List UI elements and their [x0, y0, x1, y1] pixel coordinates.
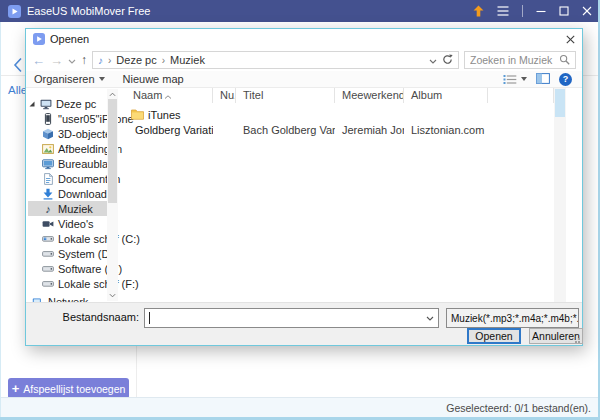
os-drive-icon: [42, 233, 54, 245]
column-extra[interactable]: [488, 88, 554, 103]
sort-asc-icon: [164, 88, 172, 103]
tree-item-lokale-schijf-f[interactable]: Lokale schijf (F:): [28, 276, 108, 291]
nav-forward-icon[interactable]: →: [50, 54, 63, 67]
video-icon: [42, 218, 54, 230]
column-titel[interactable]: Titel: [236, 88, 335, 103]
dialog-title: Openen: [50, 33, 89, 45]
tree-item-lokale-schijf-c[interactable]: Lokale schijf (C:): [28, 231, 108, 246]
dialog-titlebar[interactable]: Openen: [26, 29, 582, 49]
tree-scrollbar[interactable]: [107, 89, 118, 301]
help-icon[interactable]: ?: [559, 73, 572, 86]
desktop-icon: [42, 158, 54, 170]
app-titlebar: EaseUS MobiMover Free: [0, 0, 600, 22]
dialog-footer: Bestandsnaam: Muziek(*.mp3;*.m4a;*.m4b;*…: [26, 302, 582, 345]
breadcrumb-muziek[interactable]: Muziek: [170, 54, 205, 66]
organize-button[interactable]: Organiseren: [34, 73, 105, 85]
app-logo-icon: [8, 5, 21, 18]
filename-input[interactable]: [150, 309, 422, 327]
add-playlist-button[interactable]: + Afspeellijst toevoegen: [8, 378, 129, 399]
nav-back-icon[interactable]: ←: [32, 54, 45, 67]
tree-item-system-d[interactable]: System (D:): [28, 246, 108, 261]
app-back-chevron-icon[interactable]: [13, 57, 23, 75]
open-button[interactable]: Openen: [467, 328, 521, 344]
filename-dropdown-icon[interactable]: [422, 316, 438, 321]
scroll-up-icon[interactable]: [109, 92, 116, 97]
folder-icon: [131, 109, 144, 120]
file-title: Bach Goldberg Variations I: [236, 124, 335, 136]
drive-icon: [42, 248, 54, 260]
expander-icon[interactable]: [28, 100, 36, 108]
breadcrumb-deze-pc[interactable]: Deze pc: [116, 54, 156, 66]
column-album[interactable]: Album: [404, 88, 488, 103]
column-artiest[interactable]: Meewerkende arti...: [335, 88, 404, 103]
preview-pane-icon[interactable]: [536, 73, 550, 86]
search-box[interactable]: [464, 51, 576, 69]
dialog-body: Deze pc "user05"iPhone 3D-objecten Afbee…: [26, 88, 582, 304]
nav-up-icon[interactable]: ↑: [81, 54, 87, 66]
tree-item-deze-pc[interactable]: Deze pc: [28, 96, 108, 111]
column-naam[interactable]: Naam: [126, 88, 213, 103]
minimize-button[interactable]: [536, 6, 546, 16]
view-options-button[interactable]: [503, 74, 527, 85]
folder-tree: Deze pc "user05"iPhone 3D-objecten Afbee…: [28, 96, 108, 309]
music-note-icon: ♪: [98, 55, 103, 66]
tree-item-documenten[interactable]: Documenten: [28, 171, 108, 186]
tree-item-bureaublad[interactable]: Bureaublad: [28, 156, 108, 171]
tree-item-downloads[interactable]: Downloads: [28, 186, 108, 201]
tree-item-videos[interactable]: Video's: [28, 216, 108, 231]
new-folder-button[interactable]: Nieuwe map: [123, 73, 184, 85]
tree-label: Deze pc: [56, 98, 96, 110]
plus-icon: +: [12, 382, 20, 395]
address-bar[interactable]: ♪ › Deze pc › Muziek: [92, 51, 459, 69]
computer-icon: [40, 98, 52, 110]
tree-label: "user05"iPhone: [58, 113, 134, 125]
phone-icon: [42, 113, 54, 125]
documents-icon: [42, 173, 54, 185]
drive-icon: [42, 278, 54, 290]
scrollbar-thumb[interactable]: [555, 89, 565, 117]
open-dialog: Openen ← → ↑ ♪ › Deze pc › Muziek: [25, 28, 583, 346]
column-headers: Naam Nu... Titel Meewerkende arti... Alb…: [126, 88, 554, 103]
refresh-icon[interactable]: [442, 54, 453, 67]
column-nummer[interactable]: Nu...: [213, 88, 236, 103]
download-icon: [42, 188, 54, 200]
address-dropdown-icon[interactable]: [429, 54, 437, 66]
tree-item-muziek-selected[interactable]: ♪ Muziek: [28, 201, 108, 216]
chevron-down-icon: [521, 77, 527, 81]
chevron-down-icon: [99, 77, 105, 81]
tree-label: Video's: [58, 218, 94, 230]
tree-item-3d-objecten[interactable]: 3D-objecten: [28, 126, 108, 141]
upgrade-icon[interactable]: [473, 5, 484, 17]
tree-label: Muziek: [58, 203, 93, 215]
crumb-separator-icon: ›: [108, 55, 111, 66]
search-icon: [559, 54, 570, 67]
scrollbar-thumb[interactable]: [108, 99, 117, 203]
tree-item-afbeeldingen[interactable]: Afbeeldingen: [28, 141, 108, 156]
filename-combobox[interactable]: [144, 308, 439, 328]
status-bar: Geselecteerd: 0/1 bestand(en).: [0, 397, 600, 417]
scroll-down-icon[interactable]: [109, 293, 116, 298]
search-input[interactable]: [470, 54, 556, 66]
file-artist: Jeremiah Jones: [335, 124, 404, 136]
file-row-itunes[interactable]: iTunes: [126, 107, 554, 122]
close-button[interactable]: [582, 6, 592, 16]
tree-label: Bureaublad: [58, 158, 114, 170]
tree-item-software-e[interactable]: Software (E:): [28, 261, 108, 276]
tree-label: Downloads: [58, 188, 112, 200]
dialog-close-icon[interactable]: [566, 35, 575, 44]
filename-label: Bestandsnaam:: [26, 308, 139, 327]
file-list-scrollbar[interactable]: [554, 88, 566, 304]
filetype-select[interactable]: Muziek(*.mp3;*.m4a;*.m4b;*.m: [446, 308, 579, 328]
file-album: Lisztonian.com: [404, 124, 488, 136]
tree-item-iphone[interactable]: "user05"iPhone: [28, 111, 108, 126]
menu-icon[interactable]: [497, 6, 509, 16]
resize-grip[interactable]: [572, 335, 580, 343]
nav-history-chevron-icon[interactable]: [68, 54, 76, 66]
maximize-button[interactable]: [559, 6, 569, 16]
app-title: EaseUS MobiMover Free: [27, 5, 151, 17]
titlebar-separator: [522, 5, 523, 17]
file-row-goldberg[interactable]: Goldberg Variations... Bach Goldberg Var…: [126, 122, 554, 137]
filetype-value: Muziek(*.mp3;*.m4a;*.m4b;*.m: [451, 313, 579, 324]
file-name: Goldberg Variations...: [135, 124, 213, 136]
dialog-nav-row: ← → ↑ ♪ › Deze pc › Muziek: [26, 49, 582, 71]
